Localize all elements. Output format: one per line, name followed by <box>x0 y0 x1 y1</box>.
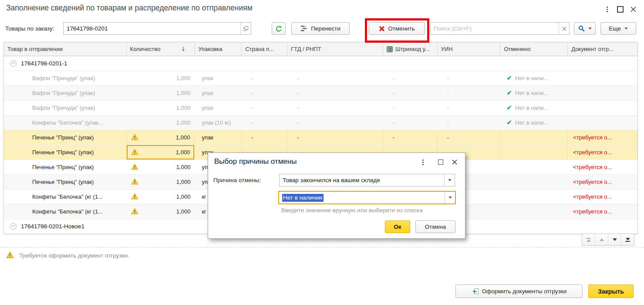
chevron-down-icon <box>588 27 592 30</box>
collapse-icon[interactable] <box>10 223 17 230</box>
maximize-icon <box>438 159 443 165</box>
header-gtd[interactable]: ГТД / РНПТ <box>287 42 383 56</box>
warning-icon <box>131 149 138 156</box>
arrow-up-icon <box>600 238 604 241</box>
dialog-title: Выбор причины отмены <box>214 157 297 166</box>
order-label: Товары по заказу: <box>5 25 54 32</box>
dialog-ok-button[interactable]: Ок <box>385 220 410 233</box>
dialog-maximize-button[interactable] <box>436 158 445 166</box>
table-row-highlighted[interactable]: Печенье "Принц" (упак) 1,000 упак - - - … <box>4 130 637 145</box>
footer-warning-text: Требуется оформить документ отгрузки. <box>19 252 129 259</box>
ship-docs-label: Оформить документы отгрузки <box>482 288 566 295</box>
search-clear-button[interactable] <box>559 23 569 34</box>
warning-icon <box>131 134 138 142</box>
detail-dropdown-button[interactable] <box>445 192 455 203</box>
warning-icon <box>131 178 138 186</box>
header-product[interactable]: Товар в отправлении <box>4 42 127 56</box>
warning-icon <box>131 208 138 216</box>
kebab-menu-icon <box>422 159 424 165</box>
reason-dropdown-button[interactable] <box>444 174 455 186</box>
selected-text: Нет в наличии <box>282 194 324 202</box>
kebab-menu-icon <box>607 7 608 12</box>
arrow-up-bar-icon <box>587 239 591 242</box>
maximize-icon <box>617 6 624 13</box>
arrow-down-icon <box>613 238 617 241</box>
reason-select[interactable]: Товар закончился на вашем складе <box>279 174 455 186</box>
close-label: Закрыть <box>598 288 624 295</box>
transfer-label: Перенести <box>311 25 341 32</box>
scroll-bottom-button[interactable] <box>621 234 634 245</box>
window-maximize-button[interactable] <box>615 4 625 14</box>
sort-desc-icon: ↓ <box>181 46 185 52</box>
table-header: Товар в отправлении Количество ↓ Упаковк… <box>4 42 637 56</box>
dialog-menu-button[interactable] <box>418 158 427 166</box>
clear-icon <box>562 27 566 31</box>
separator <box>0 247 644 247</box>
checkmark-icon: ✔ <box>506 105 512 111</box>
header-uin[interactable]: УИН <box>438 42 501 56</box>
group-row[interactable]: 17641798-0201-1 <box>4 56 637 71</box>
header-quantity[interactable]: Количество ↓ <box>127 42 195 56</box>
transfer-icon <box>300 25 308 32</box>
refresh-icon <box>275 25 282 32</box>
window-close-button[interactable] <box>628 4 638 14</box>
arrow-down-bar-icon <box>626 238 630 241</box>
table-scroll-buttons <box>582 234 634 246</box>
reason-detail-input[interactable]: Нет в наличии <box>278 191 456 204</box>
table-row[interactable]: Вафли "Причуда" (упак) 1,000 упак - - - … <box>4 86 637 101</box>
close-button[interactable]: Закрыть <box>588 285 634 298</box>
header-cancelled[interactable]: Отменено <box>500 42 568 56</box>
choose-icon <box>243 26 249 31</box>
close-icon <box>452 159 457 165</box>
warning-icon <box>6 251 14 260</box>
search-icon <box>578 25 585 32</box>
page-title: Заполнение сведений по товарам и распред… <box>6 3 253 13</box>
dialog-cancel-button[interactable]: Отмена <box>415 220 455 233</box>
table-row[interactable]: Конфеты "Белочка" (упак... 1,000 упак (1… <box>4 115 637 130</box>
search-input[interactable] <box>431 23 559 34</box>
cancel-label: Отмена <box>425 224 446 230</box>
order-input[interactable] <box>64 23 240 34</box>
chevron-down-icon <box>448 179 452 181</box>
order-input-wrap <box>63 22 251 35</box>
table-row[interactable]: Вафли "Причуда" (упак) 1,000 упак - - - … <box>4 101 637 115</box>
reason-label: Причина отмены: <box>213 177 261 183</box>
ok-label: Ок <box>394 224 401 230</box>
find-button[interactable] <box>574 22 596 35</box>
warning-icon <box>131 193 138 201</box>
chevron-down-icon <box>448 197 452 199</box>
header-package[interactable]: Упаковка <box>195 42 242 56</box>
table-row[interactable]: Вафли "Причуда" (упак) 1,000 упак - - - … <box>4 71 637 86</box>
create-document-icon <box>472 288 479 295</box>
ship-docs-button[interactable]: Оформить документы отгрузки <box>455 285 583 298</box>
app-window: Заполнение сведений по товарам и распред… <box>0 0 644 305</box>
barcode-icon <box>387 46 393 52</box>
dialog-close-button[interactable] <box>450 158 459 166</box>
window-menu-button[interactable] <box>602 4 612 14</box>
header-shipdoc[interactable]: Документ отгр... <box>568 42 637 56</box>
order-choose-button[interactable] <box>240 23 251 34</box>
scroll-down-button[interactable] <box>608 234 621 245</box>
scroll-top-button[interactable] <box>582 234 595 245</box>
warning-icon <box>131 163 138 171</box>
selected-cell[interactable]: 1,000 <box>127 145 195 159</box>
search-wrap <box>430 22 570 35</box>
more-button[interactable]: Еще <box>600 22 636 35</box>
cancel-cross-icon <box>379 26 385 32</box>
collapse-icon[interactable] <box>10 60 17 67</box>
checkmark-icon: ✔ <box>506 75 512 81</box>
cancel-reason-dialog: Выбор причины отмены Причина отмены: Тов… <box>208 152 465 239</box>
header-country[interactable]: Страна п... <box>242 42 287 56</box>
input-hint: Введите значение вручную или выберите из… <box>281 207 423 214</box>
more-label: Еще <box>609 25 620 32</box>
checkmark-icon: ✔ <box>506 119 512 126</box>
close-icon <box>631 7 636 12</box>
checkmark-icon: ✔ <box>506 90 512 96</box>
header-barcode[interactable]: Штрихкод у... <box>383 42 438 56</box>
cancel-items-button[interactable]: Отменить <box>369 22 425 35</box>
cancel-items-label: Отменить <box>388 25 415 32</box>
chevron-down-icon <box>624 27 628 30</box>
scroll-up-button[interactable] <box>595 234 608 245</box>
refresh-button[interactable] <box>272 22 286 35</box>
transfer-button[interactable]: Перенести <box>291 22 350 35</box>
